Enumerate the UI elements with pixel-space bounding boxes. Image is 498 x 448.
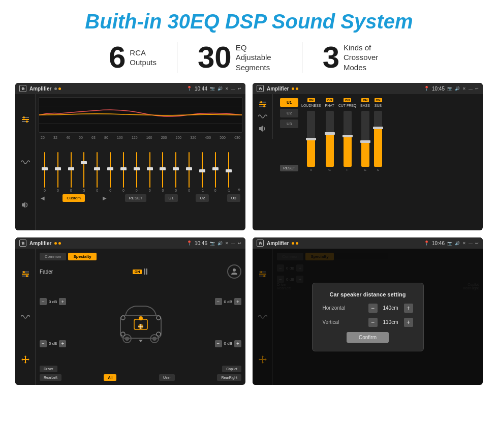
fl-plus[interactable]: +	[59, 298, 66, 305]
fader-header: Fader ON	[40, 264, 241, 279]
close-icon-3: ✕	[225, 241, 229, 246]
sub-slider[interactable]	[374, 111, 382, 167]
fader-icon-tune[interactable]	[19, 268, 32, 280]
slider-14[interactable]: -1	[225, 152, 233, 192]
reset-btn-crossover[interactable]: RESET	[280, 165, 298, 171]
fr-minus[interactable]: −	[215, 298, 222, 305]
slider-0[interactable]: 0	[41, 152, 49, 192]
slider-7[interactable]: 0	[133, 152, 141, 192]
slider-1[interactable]: 0	[54, 152, 62, 192]
slider-4[interactable]: 0	[93, 152, 101, 192]
eq-icon-speaker[interactable]	[19, 199, 32, 211]
fl-minus[interactable]: −	[40, 298, 47, 305]
status-bar-2: Amplifier 📍 10:45 📷 🔊 ✕ — ↩	[253, 83, 483, 94]
bass-slider[interactable]	[361, 111, 369, 167]
preset-u1[interactable]: U1	[280, 98, 298, 107]
car-diagram-area: − 0 dB + − 0 dB +	[40, 283, 241, 363]
svg-point-31	[152, 337, 157, 341]
horizontal-label: Horizontal	[323, 305, 353, 311]
eq-icon-tune[interactable]	[19, 113, 32, 126]
confirm-button[interactable]: Confirm	[347, 332, 389, 343]
slider-6[interactable]: 0	[119, 152, 128, 192]
svg-marker-24	[21, 359, 23, 361]
status-time-1: 10:44	[195, 86, 207, 92]
eq-u2-btn[interactable]: U2	[196, 194, 209, 202]
eq-prev-icon[interactable]: ◀	[41, 195, 45, 201]
page-container: Buith-in 30EQ DSP Sound System 6 RCAOutp…	[0, 0, 498, 448]
svg-point-21	[26, 275, 28, 277]
cutfreq-slider[interactable]	[344, 111, 352, 167]
cross-icon-wave[interactable]	[257, 110, 269, 123]
btn-driver[interactable]: Driver	[40, 366, 57, 372]
svg-rect-0	[22, 119, 29, 120]
eq-graph	[39, 97, 242, 133]
fr-plus[interactable]: +	[234, 298, 241, 305]
loudness-slider[interactable]	[307, 111, 315, 167]
eq-expand-icon[interactable]: »	[237, 187, 240, 192]
horizontal-plus[interactable]: +	[404, 304, 413, 313]
cross-icon-speaker[interactable]	[257, 123, 269, 135]
rr-minus[interactable]: −	[215, 340, 222, 347]
eq-preset-custom[interactable]: Custom	[63, 194, 85, 202]
slider-2[interactable]: 0	[67, 152, 75, 192]
crossover-sidebar	[253, 94, 273, 139]
eq-icon-wave[interactable]	[19, 156, 32, 168]
btn-all[interactable]: All	[104, 374, 116, 381]
svg-point-40	[157, 332, 161, 336]
home-icon-2	[257, 85, 264, 92]
slider-10[interactable]: 0	[172, 152, 180, 192]
eq-sliders-row: 0 0 0 5	[39, 141, 242, 192]
preset-u3[interactable]: U3	[280, 120, 298, 128]
slider-3[interactable]: 5	[80, 152, 88, 192]
min-icon-1: —	[231, 86, 235, 91]
rr-value: 0 dB	[224, 341, 232, 346]
status-time-3: 10:46	[195, 241, 207, 246]
fader-icon-arrows[interactable]	[19, 353, 32, 366]
fader-person-icon	[227, 264, 241, 279]
fader-sidebar	[15, 249, 36, 385]
stat-rca-number: 6	[109, 42, 126, 73]
rl-minus[interactable]: −	[40, 340, 47, 347]
btn-rearright[interactable]: RearRight	[217, 374, 241, 381]
screen-crossover: Amplifier 📍 10:45 📷 🔊 ✕ — ↩	[253, 83, 483, 230]
slider-9[interactable]: 0	[159, 152, 167, 192]
vertical-minus[interactable]: −	[368, 318, 378, 327]
btn-copilot[interactable]: Copilot	[222, 366, 241, 372]
on-badge-cutfreq: ON	[344, 98, 351, 102]
rr-plus[interactable]: +	[234, 340, 241, 347]
modal-title: Car speaker distance setting	[323, 291, 413, 297]
eq-reset-btn[interactable]: RESET	[125, 194, 147, 202]
front-left-control: − 0 dB +	[40, 298, 66, 305]
horizontal-value: 140cm	[381, 305, 401, 311]
cross-icon-tune[interactable]	[257, 98, 269, 110]
eq-u3-btn[interactable]: U3	[227, 194, 240, 202]
vertical-plus[interactable]: +	[404, 318, 413, 327]
eq-next-icon[interactable]: ▶	[103, 195, 107, 201]
svg-rect-16	[259, 127, 261, 130]
vertical-row: Vertical − 110cm +	[323, 318, 413, 327]
tab-specialty[interactable]: Specialty	[68, 253, 96, 260]
tab-common[interactable]: Common	[40, 253, 66, 260]
slider-13[interactable]: 0	[211, 152, 220, 192]
slider-5[interactable]: 0	[106, 152, 114, 192]
app-name-2: Amplifier	[267, 86, 289, 92]
cutfreq-control: ON CUT FREQ F	[338, 98, 357, 171]
stats-row: 6 RCAOutputs 30 EQ AdjustableSegments 3 …	[15, 42, 483, 73]
status-right-2: 📍 10:45 📷 🔊 ✕ — ↩	[424, 86, 479, 92]
slider-12[interactable]: -1	[198, 152, 206, 192]
loudness-label: LOUDNESS	[301, 104, 321, 107]
loudness-control: ON LOUDNESS 0	[301, 98, 321, 171]
rl-plus[interactable]: +	[59, 340, 66, 347]
horizontal-minus[interactable]: −	[368, 304, 378, 313]
on-badge-loudness: ON	[307, 98, 315, 102]
phat-slider[interactable]	[326, 111, 334, 167]
slider-11[interactable]: 0	[185, 152, 193, 192]
fader-icon-wave[interactable]	[19, 311, 32, 323]
btn-rearleft[interactable]: RearLeft	[40, 374, 61, 381]
slider-8[interactable]: 0	[146, 152, 154, 192]
svg-rect-10	[259, 104, 266, 105]
svg-rect-6	[22, 203, 23, 206]
eq-u1-btn[interactable]: U1	[165, 194, 178, 202]
btn-user[interactable]: User	[159, 374, 175, 381]
preset-u2[interactable]: U2	[280, 109, 298, 117]
